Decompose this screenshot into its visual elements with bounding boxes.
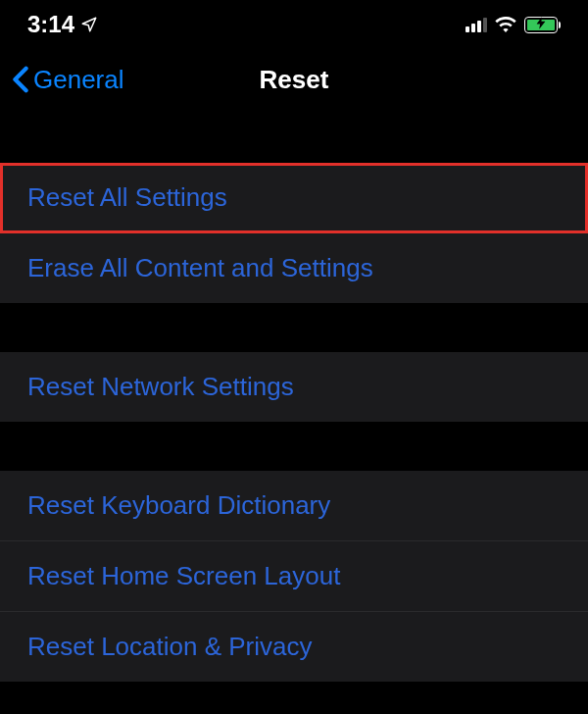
list-item-label: Reset All Settings (27, 182, 227, 212)
settings-section-1: Reset All Settings Erase All Content and… (0, 163, 588, 303)
list-item-label: Reset Network Settings (27, 372, 294, 401)
status-bar: 3:14 (0, 0, 588, 45)
wifi-icon (495, 17, 516, 32)
section-gap (0, 422, 588, 471)
chevron-left-icon (12, 66, 29, 93)
list-item-label: Reset Location & Privacy (27, 632, 312, 661)
settings-section-2: Reset Network Settings (0, 352, 588, 422)
status-time: 3:14 (27, 11, 74, 38)
settings-section-3: Reset Keyboard Dictionary Reset Home Scr… (0, 471, 588, 682)
erase-all-content-item[interactable]: Erase All Content and Settings (0, 233, 588, 303)
charging-bolt-icon (537, 16, 546, 33)
reset-keyboard-dictionary-item[interactable]: Reset Keyboard Dictionary (0, 471, 588, 541)
list-item-label: Reset Home Screen Layout (27, 561, 340, 590)
back-button[interactable]: General (12, 65, 124, 95)
list-item-label: Erase All Content and Settings (27, 253, 373, 282)
status-bar-left: 3:14 (27, 11, 98, 38)
back-label: General (33, 65, 124, 95)
section-gap (0, 303, 588, 352)
reset-all-settings-item[interactable]: Reset All Settings (0, 163, 588, 233)
battery-icon (524, 17, 561, 33)
page-title: Reset (260, 65, 329, 95)
list-item-label: Reset Keyboard Dictionary (27, 490, 330, 520)
reset-location-privacy-item[interactable]: Reset Location & Privacy (0, 612, 588, 682)
navigation-bar: General Reset (0, 45, 588, 114)
section-gap (0, 114, 588, 163)
status-bar-right (466, 17, 561, 33)
cellular-signal-icon (466, 17, 487, 32)
reset-network-settings-item[interactable]: Reset Network Settings (0, 352, 588, 422)
location-services-icon (80, 16, 98, 33)
reset-home-screen-layout-item[interactable]: Reset Home Screen Layout (0, 541, 588, 612)
